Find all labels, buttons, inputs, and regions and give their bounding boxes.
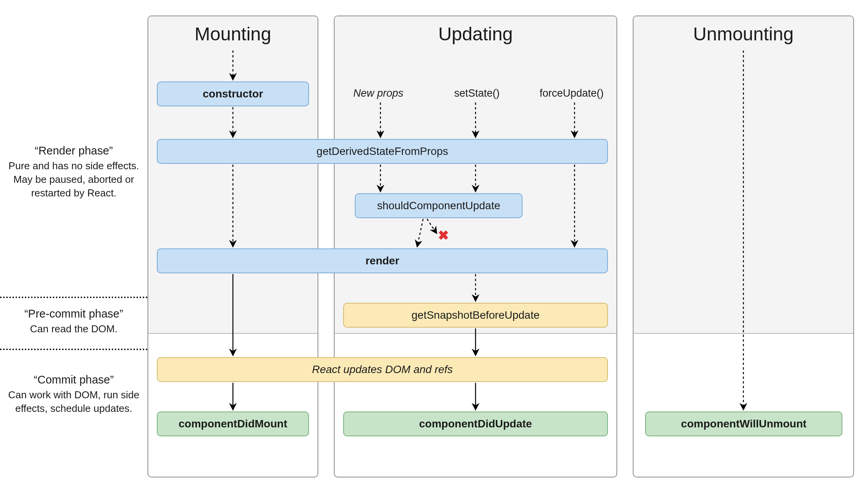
box-component-did-update: componentDidUpdate — [343, 411, 608, 436]
box-get-derived-state-from-props: getDerivedStateFromProps — [157, 139, 608, 164]
column-updating: Updating — [334, 16, 617, 477]
react-lifecycle-diagram: “Render phase” Pure and has no side effe… — [0, 0, 868, 493]
phase-precommit-title: “Pre-commit phase” — [0, 307, 148, 321]
phase-divider-2 — [0, 349, 148, 350]
box-component-did-mount: componentDidMount — [157, 411, 309, 436]
phase-render-desc: Pure and has no side effects. May be pau… — [0, 159, 148, 200]
phase-precommit-label: “Pre-commit phase” Can read the DOM. — [0, 307, 148, 336]
trigger-force-update: forceUpdate() — [540, 87, 604, 99]
box-render: render — [157, 248, 608, 273]
phase-commit-label: “Commit phase” Can work with DOM, run si… — [0, 373, 148, 415]
box-constructor: constructor — [157, 82, 309, 106]
column-unmounting: Unmounting — [633, 16, 854, 477]
render-band-unmounting — [634, 16, 853, 334]
box-react-updates-dom: React updates DOM and refs — [157, 357, 608, 382]
box-get-snapshot-before-update: getSnapshotBeforeUpdate — [343, 303, 608, 328]
column-mounting-header: Mounting — [148, 23, 318, 45]
stop-update-icon: ✖ — [438, 227, 449, 243]
phase-divider-1 — [0, 297, 148, 298]
column-updating-header: Updating — [335, 23, 616, 45]
box-component-will-unmount: componentWillUnmount — [645, 411, 842, 436]
trigger-set-state: setState() — [454, 87, 500, 99]
phase-precommit-desc: Can read the DOM. — [0, 322, 148, 336]
render-band-mounting — [148, 16, 318, 334]
phase-render-title: “Render phase” — [0, 144, 148, 158]
render-band-updating — [335, 16, 616, 334]
trigger-new-props: New props — [353, 87, 403, 99]
phase-render-label: “Render phase” Pure and has no side effe… — [0, 144, 148, 200]
phase-commit-desc: Can work with DOM, run side effects, sch… — [0, 388, 148, 415]
box-should-component-update: shouldComponentUpdate — [355, 193, 523, 218]
phase-commit-title: “Commit phase” — [0, 373, 148, 387]
column-unmounting-header: Unmounting — [634, 23, 853, 45]
